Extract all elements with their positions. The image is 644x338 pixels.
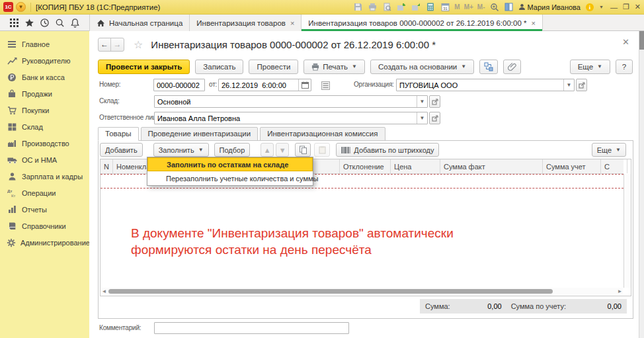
- post-and-close-button[interactable]: Провести и закрыть: [98, 60, 190, 74]
- date-picker-icon[interactable]: [298, 79, 311, 91]
- notifications-icon[interactable]: [70, 18, 80, 28]
- warehouse-open-icon[interactable]: [429, 95, 440, 108]
- close-tab-icon[interactable]: ×: [532, 19, 536, 27]
- save-button[interactable]: Записать: [195, 60, 243, 74]
- scroll-left-icon[interactable]: ◄: [101, 288, 107, 294]
- view-tab[interactable]: Инвентаризация товаров ×: [190, 15, 302, 31]
- pick-button[interactable]: Подбор: [214, 143, 251, 157]
- table-horizontal-scrollbar[interactable]: ◄ ►: [101, 288, 623, 295]
- column-header[interactable]: С: [601, 159, 627, 173]
- dropdown-menu-item[interactable]: Перезаполнить учетные количества и суммы: [147, 171, 313, 185]
- column-header[interactable]: Цена: [391, 159, 440, 173]
- warehouse-dropdown-icon[interactable]: ▼: [417, 96, 427, 107]
- date-field[interactable]: 26.12.2019 6:00:00: [218, 79, 311, 91]
- calendar-icon[interactable]: 31: [440, 2, 450, 13]
- help-button[interactable]: ?: [616, 60, 633, 74]
- table-more-button[interactable]: Еще▼: [592, 143, 626, 157]
- person-icon: [7, 171, 17, 182]
- 1c-window: 1С ▼ [КОПИЯ] ПБУ 18 (1С:Предприятие) 31 …: [0, 0, 644, 338]
- receive-icon[interactable]: [411, 2, 421, 13]
- sidebar-item[interactable]: Отчеты: [0, 201, 89, 218]
- nav-forward-button[interactable]: →: [111, 38, 124, 51]
- post-button[interactable]: Провести: [249, 60, 298, 74]
- sidebar-item[interactable]: Банк и касса: [0, 69, 89, 85]
- view-tab[interactable]: Инвентаризация товаров 0000-000002 от 26…: [302, 15, 543, 31]
- page-scrollbar-thumb[interactable]: [639, 31, 644, 50]
- paste-icon[interactable]: [314, 143, 330, 157]
- doc-tab[interactable]: Инвентаризационная комиссия: [260, 127, 385, 141]
- favorite-star-icon[interactable]: ☆: [134, 38, 143, 51]
- sum-label: Сумма:: [425, 302, 450, 310]
- sidebar-item[interactable]: Руководителю: [0, 52, 89, 69]
- view-tab[interactable]: Начальная страница: [89, 15, 190, 31]
- info-icon[interactable]: i: [584, 2, 595, 13]
- search-icon[interactable]: [55, 18, 65, 28]
- print-button[interactable]: Печать▼: [303, 60, 365, 74]
- print-icon[interactable]: [367, 2, 378, 13]
- number-field[interactable]: 0000-000002: [153, 79, 205, 91]
- send-icon[interactable]: [396, 2, 407, 13]
- close-tab-icon[interactable]: ×: [290, 19, 294, 27]
- org-open-icon[interactable]: [576, 79, 587, 91]
- sidebar-item[interactable]: Производство: [0, 135, 89, 151]
- organization-field[interactable]: ПУГОВИЦА ООО▼: [396, 79, 575, 91]
- memory-m-minus[interactable]: M-: [477, 3, 485, 11]
- zoom-icon[interactable]: [489, 2, 500, 13]
- more-button[interactable]: Еще▼: [570, 60, 610, 74]
- comment-field[interactable]: [154, 322, 349, 334]
- sidebar-item[interactable]: ДтКт Операции: [0, 185, 89, 201]
- sidebar-item[interactable]: Продажи: [0, 85, 89, 102]
- menu-grid-icon[interactable]: [9, 18, 19, 28]
- sidebar-item[interactable]: Справочники: [0, 218, 89, 234]
- restore-button[interactable]: ❐: [623, 3, 629, 11]
- doc-tab[interactable]: Товары: [98, 127, 139, 141]
- sidebar-item[interactable]: Зарплата и кадры: [0, 168, 89, 185]
- scroll-right-icon[interactable]: ►: [617, 288, 623, 294]
- move-up-icon[interactable]: ▲: [261, 143, 274, 157]
- user-menu[interactable]: Мария Иванова: [518, 3, 581, 11]
- window-menu-icon[interactable]: ▼: [16, 2, 26, 12]
- close-button[interactable]: ✕: [635, 3, 641, 11]
- fill-button[interactable]: Заполнить▼: [153, 143, 209, 157]
- warehouse-field[interactable]: Основной▼: [154, 95, 428, 108]
- split-columns-icon[interactable]: [504, 2, 514, 13]
- sidebar-item[interactable]: Покупки: [0, 102, 89, 118]
- copy-icon[interactable]: [295, 143, 311, 157]
- favorites-icon[interactable]: [24, 18, 34, 28]
- nav-back-button[interactable]: ←: [99, 38, 111, 51]
- create-based-on-button[interactable]: Создать на основании▼: [370, 60, 474, 74]
- minimize-button[interactable]: —: [610, 3, 618, 11]
- add-row-button[interactable]: Добавить: [100, 143, 143, 157]
- attachments-button[interactable]: [503, 60, 521, 74]
- column-header[interactable]: Сумма факт: [440, 159, 543, 173]
- history-icon[interactable]: [40, 18, 50, 28]
- table-vertical-scrollbar[interactable]: [624, 174, 631, 288]
- chevron-down-icon[interactable]: ▼: [599, 5, 604, 9]
- dropdown-menu-item[interactable]: Заполнить по остаткам на складе: [147, 157, 313, 171]
- page-vertical-scrollbar[interactable]: [639, 31, 644, 338]
- responsible-dropdown-icon[interactable]: ▼: [417, 112, 427, 124]
- doc-tab[interactable]: Проведение инвентаризации: [141, 127, 259, 141]
- responsible-open-icon[interactable]: [429, 112, 440, 124]
- related-documents-button[interactable]: [479, 60, 498, 74]
- add-by-barcode-button[interactable]: Добавить по штрихкоду: [336, 143, 439, 157]
- sidebar-item[interactable]: ОС и НМА: [0, 151, 89, 168]
- column-header[interactable]: Сумма учет: [543, 159, 601, 173]
- list-icon[interactable]: [320, 80, 331, 91]
- sidebar-item[interactable]: Главное: [0, 36, 89, 52]
- org-dropdown-icon[interactable]: ▼: [563, 79, 574, 91]
- column-header[interactable]: Отклонение: [340, 159, 391, 173]
- memory-m[interactable]: M: [454, 3, 460, 11]
- responsible-field[interactable]: Иванова Алла Петровна▼: [154, 112, 428, 124]
- sidebar-item[interactable]: Склад: [0, 118, 89, 135]
- sidebar-item[interactable]: Администрирование: [0, 234, 89, 251]
- scrollbar-thumb[interactable]: [108, 289, 553, 294]
- move-down-icon[interactable]: ▼: [276, 143, 289, 157]
- save-icon[interactable]: [352, 2, 363, 13]
- column-header[interactable]: N: [101, 159, 113, 173]
- memory-m-plus[interactable]: M+: [464, 3, 473, 11]
- organization-label: Организация:: [354, 81, 394, 88]
- close-document-icon[interactable]: ✕: [622, 39, 629, 46]
- calculator-icon[interactable]: [425, 2, 436, 13]
- print-preview-icon[interactable]: [382, 2, 392, 13]
